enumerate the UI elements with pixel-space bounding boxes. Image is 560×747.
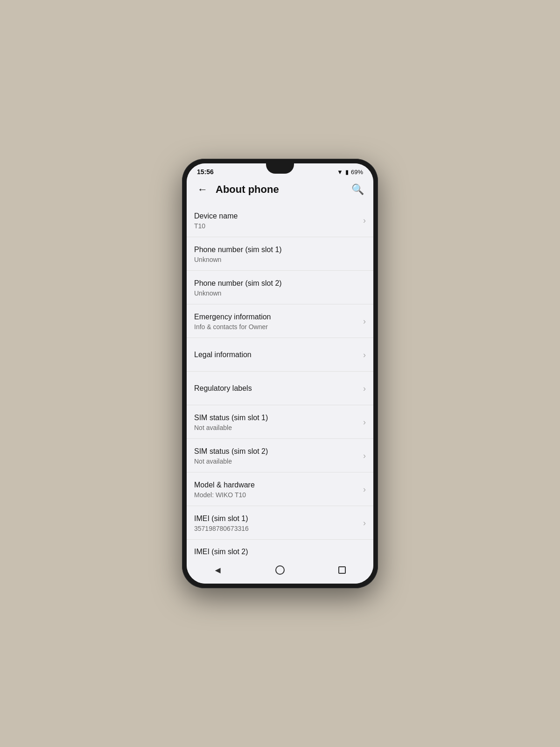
nav-recents-button[interactable] <box>330 563 354 577</box>
phone-sim1-title: Phone number (sim slot 1) <box>194 245 366 255</box>
legal-info-title: Legal information <box>194 350 359 360</box>
sim-status-1-item[interactable]: SIM status (sim slot 1) Not available › <box>187 405 373 439</box>
phone-sim1-value: Unknown <box>194 256 366 263</box>
regulatory-labels-text: Regulatory labels <box>194 384 359 394</box>
chevron-right-icon: › <box>363 518 366 528</box>
device-name-value: T10 <box>194 222 359 230</box>
settings-list: Device name T10 › Phone number (sim slot… <box>187 204 373 558</box>
bottom-nav: ◄ <box>187 558 373 584</box>
nav-back-icon: ◄ <box>213 565 223 576</box>
chevron-right-icon: › <box>363 417 366 427</box>
imei-sim1-item[interactable]: IMEI (sim slot 1) 357198780673316 › <box>187 506 373 540</box>
phone-device: 15:56 ▼ ▮ 69% ← About phone 🔍 <box>182 159 378 588</box>
phone-sim1-text: Phone number (sim slot 1) Unknown <box>194 245 366 263</box>
battery-icon: ▮ <box>345 169 349 176</box>
wifi-icon: ▼ <box>337 169 343 176</box>
phone-sim2-text: Phone number (sim slot 2) Unknown <box>194 279 366 297</box>
page-title: About phone <box>216 183 349 196</box>
nav-back-button[interactable]: ◄ <box>206 563 230 577</box>
model-hardware-text: Model & hardware Model: WIKO T10 <box>194 480 359 499</box>
status-bar: 15:56 ▼ ▮ 69% <box>187 163 373 177</box>
model-hardware-item[interactable]: Model & hardware Model: WIKO T10 › <box>187 472 373 506</box>
device-name-title: Device name <box>194 211 359 221</box>
regulatory-labels-item[interactable]: Regulatory labels › <box>187 372 373 405</box>
back-button[interactable]: ← <box>194 181 211 198</box>
battery-percentage: 69% <box>351 169 363 176</box>
nav-home-button[interactable] <box>268 563 292 577</box>
search-button[interactable]: 🔍 <box>349 181 366 198</box>
page-wrapper: 15:56 ▼ ▮ 69% ← About phone 🔍 <box>0 0 560 747</box>
model-hardware-value: Model: WIKO T10 <box>194 491 359 499</box>
phone-sim2-value: Unknown <box>194 289 366 297</box>
emergency-info-subtitle: Info & contacts for Owner <box>194 323 359 331</box>
device-name-item[interactable]: Device name T10 › <box>187 204 373 237</box>
emergency-info-text: Emergency information Info & contacts fo… <box>194 312 359 331</box>
status-time: 15:56 <box>197 168 214 176</box>
chevron-right-icon: › <box>363 451 366 461</box>
model-hardware-title: Model & hardware <box>194 480 359 490</box>
chevron-right-icon: › <box>363 384 366 394</box>
sim-status-2-text: SIM status (sim slot 2) Not available <box>194 447 359 465</box>
imei-sim1-text: IMEI (sim slot 1) 357198780673316 <box>194 514 359 532</box>
nav-recents-icon <box>338 566 346 574</box>
search-icon: 🔍 <box>351 183 364 196</box>
status-icons: ▼ ▮ 69% <box>337 169 363 176</box>
back-arrow-icon: ← <box>197 183 208 196</box>
sim-status-2-item[interactable]: SIM status (sim slot 2) Not available › <box>187 439 373 472</box>
phone-sim2-title: Phone number (sim slot 2) <box>194 279 366 289</box>
imei-sim2-title: IMEI (sim slot 2) <box>194 547 366 557</box>
imei-sim1-value: 357198780673316 <box>194 525 359 532</box>
chevron-right-icon: › <box>363 350 366 360</box>
phone-sim2-item[interactable]: Phone number (sim slot 2) Unknown <box>187 271 373 304</box>
chevron-right-icon: › <box>363 216 366 226</box>
regulatory-labels-title: Regulatory labels <box>194 384 359 394</box>
emergency-info-item[interactable]: Emergency information Info & contacts fo… <box>187 304 373 338</box>
chevron-right-icon: › <box>363 485 366 494</box>
sim-status-2-value: Not available <box>194 458 359 465</box>
imei-sim2-item[interactable]: IMEI (sim slot 2) <box>187 540 373 558</box>
legal-info-item[interactable]: Legal information › <box>187 338 373 372</box>
device-name-text: Device name T10 <box>194 211 359 230</box>
nav-home-icon <box>275 565 285 575</box>
emergency-info-title: Emergency information <box>194 312 359 322</box>
phone-screen: 15:56 ▼ ▮ 69% ← About phone 🔍 <box>187 163 373 584</box>
sim-status-1-value: Not available <box>194 424 359 431</box>
sim-status-1-text: SIM status (sim slot 1) Not available <box>194 413 359 431</box>
sim-status-1-title: SIM status (sim slot 1) <box>194 413 359 423</box>
chevron-right-icon: › <box>363 317 366 326</box>
phone-sim1-item[interactable]: Phone number (sim slot 1) Unknown <box>187 237 373 271</box>
notch <box>266 163 294 174</box>
top-bar: ← About phone 🔍 <box>187 177 373 204</box>
sim-status-2-title: SIM status (sim slot 2) <box>194 447 359 457</box>
imei-sim2-text: IMEI (sim slot 2) <box>194 547 366 557</box>
imei-sim1-title: IMEI (sim slot 1) <box>194 514 359 524</box>
legal-info-text: Legal information <box>194 350 359 360</box>
